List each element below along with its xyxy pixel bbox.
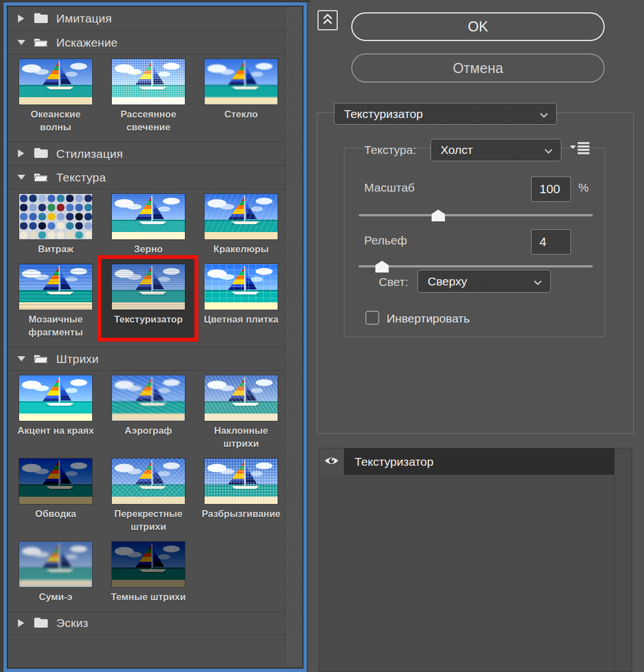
filter-item-label: Аэрограф bbox=[109, 424, 188, 437]
filter-thumbnail bbox=[205, 59, 278, 105]
layer-visibility-toggle[interactable] bbox=[319, 448, 344, 475]
filter-item-texturizer[interactable]: Текстуризатор bbox=[112, 264, 185, 326]
filter-item-angled[interactable]: Наклонные штрихи bbox=[205, 375, 278, 450]
filter-list-scrollbar[interactable] bbox=[285, 7, 302, 668]
filter-list[interactable]: ИмитацияИскажениеОкеанские волныРассеянн… bbox=[8, 7, 286, 635]
filter-item-label: Суми-э bbox=[16, 591, 95, 603]
ok-button[interactable]: OK bbox=[351, 12, 605, 41]
filter-thumbnail bbox=[112, 59, 185, 105]
scale-value-field[interactable]: 100 bbox=[531, 176, 571, 202]
filter-item-crosshatch[interactable]: Перекрестные штрихи bbox=[112, 458, 185, 533]
filter-thumbnail bbox=[19, 375, 92, 421]
filter-gallery-dialog: ИмитацияИскажениеОкеанские волныРассеянн… bbox=[0, 0, 644, 672]
filter-item-mosaic[interactable]: Мозаичные фрагменты bbox=[19, 264, 92, 339]
filter-item-label: Темные штрихи bbox=[109, 591, 188, 603]
thumbnail-grid-tekstura: ВитражЗерноКракелюрыМозаичные фрагментыТ… bbox=[8, 189, 286, 347]
open-folder-icon bbox=[33, 170, 49, 185]
category-label: Штрихи bbox=[56, 352, 99, 366]
collapse-thumbnails-button[interactable] bbox=[318, 10, 338, 30]
layers-scrollbar[interactable] bbox=[614, 448, 632, 671]
filter-thumbnail bbox=[112, 458, 185, 504]
texture-label: Текстура: bbox=[364, 143, 416, 157]
filter-item-sumie[interactable]: Суми-э bbox=[19, 542, 92, 603]
cancel-button[interactable]: Отмена bbox=[351, 53, 605, 83]
filter-thumbnail bbox=[112, 264, 185, 310]
triangle-down-icon bbox=[17, 356, 26, 362]
texture-value: Холст bbox=[441, 143, 473, 157]
filter-thumbnail bbox=[19, 194, 92, 239]
filter-thumbnail-panel: ИмитацияИскажениеОкеанские волныРассеянн… bbox=[3, 2, 307, 672]
filter-item-label: Рассеянное свечение bbox=[109, 108, 188, 134]
scale-slider-thumb[interactable] bbox=[432, 210, 445, 221]
double-chevron-up-icon bbox=[321, 13, 334, 28]
category-label: Стилизация bbox=[56, 147, 123, 161]
open-folder-icon bbox=[33, 35, 49, 50]
relief-slider-thumb[interactable] bbox=[375, 261, 389, 273]
invert-checkbox[interactable] bbox=[365, 311, 379, 325]
filter-item-label: Витраж bbox=[16, 243, 95, 256]
filter-thumbnail bbox=[205, 375, 278, 421]
layer-name: Текстуризатор bbox=[344, 448, 614, 475]
triangle-right-icon bbox=[17, 619, 26, 628]
category-label: Имитация bbox=[56, 12, 112, 25]
texture-dropdown[interactable]: Холст bbox=[430, 139, 561, 161]
chevron-down-icon bbox=[539, 107, 548, 121]
invert-label: Инвертировать bbox=[387, 312, 470, 325]
relief-label: Рельеф bbox=[364, 234, 407, 247]
filter-item-tiles[interactable]: Цветная плитка bbox=[205, 264, 278, 326]
filter-item-label: Кракелюры bbox=[202, 243, 280, 256]
category-tekstura[interactable]: Текстура bbox=[8, 165, 286, 189]
triangle-down-icon bbox=[17, 40, 26, 46]
category-imitacia[interactable]: Имитация bbox=[8, 7, 286, 30]
light-label: Свет: bbox=[379, 275, 409, 289]
relief-slider-track[interactable] bbox=[359, 265, 593, 267]
filter-item-accent[interactable]: Акцент на краях bbox=[19, 375, 92, 437]
filter-item-darkstrokes[interactable]: Темные штрихи bbox=[112, 542, 185, 603]
light-value: Сверху bbox=[428, 275, 467, 288]
filter-item-label: Разбрызгивание bbox=[202, 507, 280, 520]
scale-label: Масштаб bbox=[364, 181, 415, 194]
filter-item-airbrush[interactable]: Аэрограф bbox=[112, 375, 185, 437]
filter-thumbnail bbox=[112, 542, 185, 587]
effect-layers-list: Текстуризатор bbox=[319, 448, 632, 672]
triangle-right-icon bbox=[17, 149, 26, 158]
scale-slider[interactable] bbox=[359, 208, 593, 223]
category-shtrihi[interactable]: Штрихи bbox=[8, 347, 286, 370]
thumbnail-grid-shtrihi: Акцент на краяхАэрографНаклонные штрихиО… bbox=[8, 370, 286, 611]
folder-icon bbox=[33, 146, 49, 161]
triangle-right-icon bbox=[17, 15, 26, 23]
scale-slider-track[interactable] bbox=[359, 214, 593, 216]
texture-menu-button[interactable] bbox=[570, 142, 590, 156]
filter-thumbnail bbox=[19, 542, 92, 587]
filter-thumbnail bbox=[205, 458, 278, 504]
filter-item-diffuse[interactable]: Рассеянное свечение bbox=[112, 59, 185, 134]
filter-item-ocean[interactable]: Океанские волны bbox=[19, 59, 92, 134]
filter-item-outline[interactable]: Обводка bbox=[19, 458, 92, 520]
filter-thumbnail bbox=[19, 458, 92, 504]
filter-item-glass[interactable]: Стекло bbox=[205, 59, 278, 121]
chevron-down-icon bbox=[533, 275, 542, 288]
filter-thumbnail bbox=[112, 375, 185, 421]
filter-item-label: Перекрестные штрихи bbox=[109, 507, 188, 533]
scale-unit: % bbox=[578, 181, 589, 194]
filter-item-label: Цветная плитка bbox=[202, 313, 280, 326]
light-dropdown[interactable]: Сверху bbox=[418, 270, 551, 293]
chevron-down-icon bbox=[544, 143, 553, 157]
category-iskazhenie[interactable]: Искажение bbox=[8, 30, 286, 54]
filter-item-grain[interactable]: Зерно bbox=[112, 194, 185, 256]
filter-item-spatter[interactable]: Разбрызгивание bbox=[205, 458, 278, 520]
relief-value-field[interactable]: 4 bbox=[531, 229, 571, 255]
thumbnail-grid-iskazhenie: Океанские волныРассеянное свечениеСтекло bbox=[8, 54, 286, 142]
effect-layer-row[interactable]: Текстуризатор bbox=[319, 448, 632, 475]
category-eskiz[interactable]: Эскиз bbox=[8, 611, 286, 635]
filter-item-craquelure[interactable]: Кракелюры bbox=[205, 194, 278, 256]
triangle-down-icon bbox=[17, 175, 26, 180]
category-stilizacia[interactable]: Стилизация bbox=[8, 142, 286, 165]
filter-select-value: Текстуризатор bbox=[344, 107, 423, 121]
filter-item-label: Обводка bbox=[16, 507, 95, 520]
folder-icon bbox=[33, 616, 49, 631]
filter-thumbnail bbox=[205, 264, 278, 310]
filter-item-label: Мозаичные фрагменты bbox=[16, 313, 95, 339]
filter-item-stained[interactable]: Витраж bbox=[19, 194, 92, 256]
filter-select-dropdown[interactable]: Текстуризатор bbox=[334, 103, 557, 125]
